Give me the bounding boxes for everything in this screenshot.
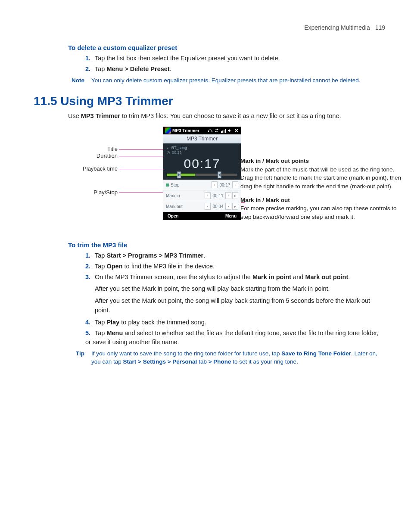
song-duration: 00:23 — [172, 150, 182, 155]
mark-set-button[interactable]: ▸ — [232, 203, 238, 210]
stepper-mark-out: ‹ 00:34 › ▸ — [205, 203, 238, 210]
step-para: After you set the Mark out point, the so… — [95, 296, 385, 315]
clock-icon: ◷ — [167, 150, 170, 155]
mark-out-handle[interactable] — [218, 171, 221, 178]
phone-display: ♫RT_song ◷00:23 00:17 — [163, 143, 241, 180]
stepper-playback: ‹ 00:17 › — [212, 181, 238, 188]
figure-mp3-trimmer: Title Duration Playback time Play/Stop M… — [34, 127, 385, 230]
row-mark-out: Mark out ‹ 00:34 › ▸ — [163, 201, 241, 212]
step-text: Tap Menu > Delete Preset. — [95, 65, 171, 72]
statusbar-title: MP3 Trimmer — [172, 128, 206, 133]
page-number: 119 — [375, 24, 385, 31]
step-number: 1. — [85, 251, 95, 260]
steps-trim-file: 1.Tap Start > Programs > MP3 Trimmer. 2.… — [85, 251, 385, 282]
chapter-title: Experiencing Multimedia — [304, 24, 370, 31]
music-note-icon: ♫ — [167, 146, 170, 150]
mark-set-button[interactable]: ▸ — [232, 192, 238, 199]
step-text: Tap Start > Programs > MP3 Trimmer. — [95, 252, 205, 259]
tip-text: If you only want to save the song to the… — [91, 349, 385, 366]
step-number: 2. — [85, 262, 95, 271]
svg-rect-0 — [208, 131, 209, 132]
note-label: Note — [68, 76, 84, 85]
row-label: Mark out — [166, 204, 183, 209]
callout-heading: Mark in / Mark out — [240, 197, 290, 203]
callout-play-stop: Play/Stop — [93, 189, 118, 196]
note-box: Note You can only delete custom equalize… — [68, 76, 385, 85]
step-back-button[interactable]: ‹ — [205, 203, 211, 210]
song-title: RT_song — [171, 146, 187, 150]
mark-in-handle[interactable] — [177, 171, 181, 178]
headphones-icon — [208, 128, 213, 133]
stepper-value: 00:11 — [211, 193, 225, 198]
step-text: Tap the list box then select the Equaliz… — [95, 55, 280, 62]
step-forward-button[interactable]: › — [225, 192, 231, 199]
stepper-value: 00:17 — [218, 183, 232, 187]
stepper-mark-in: ‹ 00:11 › ▸ — [205, 192, 238, 199]
close-icon[interactable]: ✕ — [234, 128, 239, 134]
heading-trim-file: To trim the MP3 file — [68, 241, 385, 249]
svg-rect-2 — [221, 131, 222, 133]
stop-icon[interactable] — [166, 184, 169, 187]
step-forward-button[interactable]: › — [225, 203, 231, 210]
callout-heading: Mark in / Mark out points — [240, 158, 309, 164]
callout-playback-time: Playback time — [83, 165, 118, 172]
svg-rect-5 — [225, 129, 226, 133]
callout-labels-left: Title Duration Playback time Play/Stop — [34, 127, 118, 230]
phone-softkeys: Open Menu — [163, 212, 241, 220]
tip-box: Tip If you only want to save the song to… — [68, 349, 385, 366]
step-number: 2. — [85, 65, 95, 74]
stepper-value: 00:34 — [211, 204, 225, 209]
svg-rect-4 — [224, 130, 224, 133]
callout-line — [119, 193, 164, 193]
start-icon[interactable] — [165, 128, 171, 134]
svg-rect-3 — [222, 131, 223, 133]
steps-delete-preset: 1.Tap the list box then select the Equal… — [85, 54, 385, 74]
step-para: After you set the Mark in point, the son… — [95, 284, 385, 294]
step-text: On the MP3 Trimmer screen, use the stylu… — [95, 274, 350, 280]
phone-screenshot: MP3 Trimmer ✕ MP3 Trimmer ♫RT_song ◷00:2… — [163, 127, 241, 230]
row-label: Stop — [171, 183, 180, 187]
phone-app-title: MP3 Trimmer — [163, 134, 241, 143]
step-forward-button[interactable]: › — [232, 181, 238, 188]
row-play-stop: Stop ‹ 00:17 › — [163, 180, 241, 190]
callout-duration: Duration — [97, 152, 118, 159]
phone-statusbar: MP3 Trimmer ✕ — [163, 127, 241, 134]
signal-icon — [221, 128, 226, 133]
note-text: You can only delete custom equalizer pre… — [91, 76, 361, 85]
softkey-menu[interactable]: Menu — [225, 214, 237, 218]
intro-text: Use MP3 Trimmer to trim MP3 files. You c… — [68, 112, 385, 121]
phone-control-rows: Stop ‹ 00:17 › Mark in ‹ 00:11 › ▸ — [163, 180, 241, 212]
callout-line — [119, 149, 166, 149]
row-label: Mark in — [166, 193, 180, 198]
callout-title: Title — [107, 146, 118, 152]
sync-icon — [214, 128, 219, 133]
step-number: 3. — [85, 273, 95, 282]
running-head: Experiencing Multimedia 119 — [34, 24, 385, 31]
step-number: 1. — [85, 54, 95, 63]
callouts-right: Mark in / Mark out points Mark the part … — [240, 157, 404, 226]
speaker-icon — [227, 128, 232, 133]
step-back-button[interactable]: ‹ — [205, 192, 211, 199]
callout-line — [119, 156, 166, 156]
softkey-open[interactable]: Open — [168, 214, 179, 218]
step-text: Tap Open to find the MP3 file in the dev… — [95, 263, 215, 270]
steps-trim-file-cont: 4.Tap Play to play back the trimmed song… — [85, 318, 385, 347]
heading-delete-preset: To delete a custom equalizer preset — [68, 44, 385, 51]
step-text: Tap Play to play back the trimmed song. — [95, 319, 206, 326]
heading-mp3-trimmer: 11.5 Using MP3 Trimmer — [34, 94, 385, 108]
step-number: 4. — [85, 318, 95, 327]
step-back-button[interactable]: ‹ — [212, 181, 218, 188]
row-mark-in: Mark in ‹ 00:11 › ▸ — [163, 190, 241, 201]
svg-rect-1 — [212, 131, 212, 132]
step-number: 5. — [85, 329, 95, 338]
step-text: Tap Menu and select to whether set the f… — [85, 330, 379, 345]
playback-time: 00:17 — [167, 156, 237, 171]
tip-label: Tip — [68, 349, 84, 366]
callout-text: For more precise marking, you can also t… — [240, 205, 396, 220]
trim-slider[interactable] — [167, 174, 237, 176]
callout-text: Mark the part of the music that will be … — [240, 166, 401, 190]
